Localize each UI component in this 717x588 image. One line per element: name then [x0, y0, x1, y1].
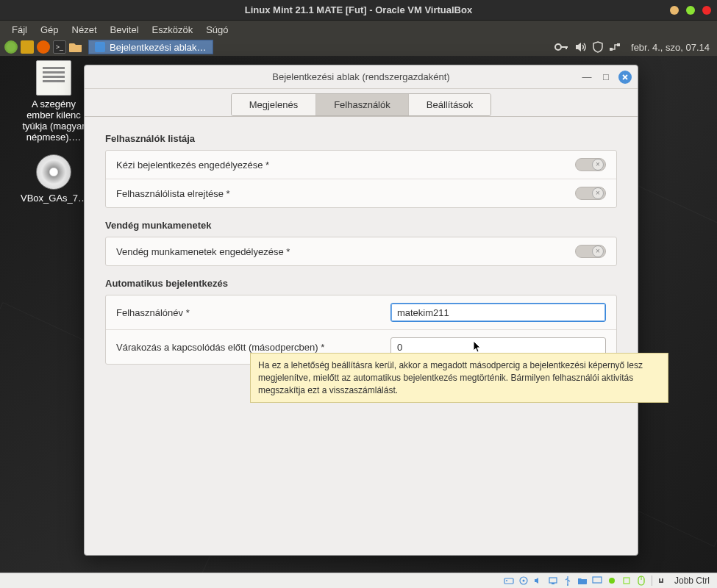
tab-users[interactable]: Felhasználók: [316, 94, 409, 115]
menu-devices[interactable]: Eszközök: [146, 23, 199, 37]
desktop-icon-label: VBox_GAs_7…: [21, 193, 87, 204]
key-icon[interactable]: [554, 42, 569, 52]
row-label: Felhasználólista elrejtése *: [116, 188, 575, 199]
taskbar-app-icon: [95, 42, 105, 52]
svg-rect-4: [617, 43, 620, 46]
desktop-icon-document[interactable]: A szegény ember kilenc tyúkja (magyar né…: [21, 60, 87, 143]
toggle-hide-userlist[interactable]: [575, 187, 606, 200]
svg-rect-2: [566, 46, 567, 49]
svg-point-6: [506, 580, 507, 581]
menu-view[interactable]: Nézet: [66, 23, 103, 37]
close-button[interactable]: [618, 71, 632, 84]
username-label: Felhasználónév *: [116, 307, 390, 318]
virtualbox-title: Linux Mint 21.1 MATE [Fut] - Oracle VM V…: [245, 4, 472, 15]
terminal-icon[interactable]: >_: [53, 40, 66, 54]
sb-network-icon[interactable]: [547, 576, 559, 586]
svg-rect-10: [552, 583, 554, 584]
menu-file[interactable]: Fájl: [6, 23, 33, 37]
mate-panel: >_ Bejelentkezési ablak… febr. 4., szo, …: [0, 38, 717, 56]
volume-icon[interactable]: [575, 42, 587, 52]
virtualbox-titlebar: Linux Mint 21.1 MATE [Fut] - Oracle VM V…: [0, 0, 717, 21]
section-user-list: Felhasználók listája: [105, 133, 617, 144]
tab-row: Megjelenés Felhasználók Beállítások: [85, 89, 638, 117]
sb-optical-icon[interactable]: [518, 576, 529, 586]
svg-point-13: [609, 578, 615, 584]
menu-help[interactable]: Súgó: [200, 23, 234, 37]
row-label: Vendég munkamenetek engedélyezése *: [116, 246, 575, 257]
username-input[interactable]: [390, 303, 606, 322]
row-manual-login: Kézi bejelentkezés engedélyezése *: [106, 151, 616, 179]
host-maximize-button[interactable]: [686, 6, 695, 15]
host-close-button[interactable]: [702, 6, 711, 15]
network-icon[interactable]: [609, 42, 621, 52]
virtualbox-statusbar: Jobb Ctrl: [0, 573, 717, 588]
section-autologin: Automatikus bejelentkezés: [105, 278, 617, 289]
toggle-guest-enable[interactable]: [575, 245, 606, 258]
sb-shared-folder-icon[interactable]: [577, 576, 588, 586]
sb-keyboard-icon[interactable]: [657, 576, 668, 586]
document-icon: [36, 60, 71, 96]
app-titlebar[interactable]: Bejelentkezési ablak (rendszergazdaként)…: [85, 65, 638, 89]
login-window-app: Bejelentkezési ablak (rendszergazdaként)…: [84, 65, 638, 556]
taskbar-button-login-window[interactable]: Bejelentkezési ablak…: [88, 40, 213, 54]
sb-display-icon[interactable]: [591, 576, 603, 586]
sb-cpu-icon[interactable]: [621, 576, 632, 586]
files-icon[interactable]: [68, 39, 84, 55]
card-user-list: Kézi bejelentkezés engedélyezése * Felha…: [105, 150, 617, 208]
tab-settings[interactable]: Beállítások: [409, 94, 491, 115]
app-title: Bejelentkezési ablak (rendszergazdaként): [85, 71, 638, 82]
minimize-button[interactable]: —: [580, 71, 593, 84]
mint-menu-icon[interactable]: [3, 39, 19, 55]
svg-point-0: [555, 44, 561, 50]
show-desktop-icon[interactable]: [21, 40, 34, 54]
desktop-icon-disc[interactable]: VBox_GAs_7…: [21, 154, 87, 204]
row-username: Felhasználónév *: [106, 295, 616, 330]
menu-input[interactable]: Bevitel: [104, 23, 145, 37]
content-area: Felhasználók listája Kézi bejelentkezés …: [85, 117, 638, 555]
toggle-manual-login[interactable]: [575, 158, 606, 171]
svg-point-11: [567, 584, 568, 586]
svg-rect-14: [624, 578, 629, 584]
sb-harddisk-icon[interactable]: [503, 576, 515, 586]
sb-recording-icon[interactable]: [606, 576, 618, 586]
sb-audio-icon[interactable]: [532, 576, 544, 586]
sb-host-key: Jobb Ctrl: [671, 576, 713, 586]
disc-icon: [36, 154, 71, 190]
sb-mouse-icon[interactable]: [635, 576, 647, 586]
row-hide-userlist: Felhasználólista elrejtése *: [106, 179, 616, 207]
host-minimize-button[interactable]: [670, 6, 679, 15]
menu-machine[interactable]: Gép: [35, 23, 65, 37]
maximize-button[interactable]: □: [599, 71, 613, 84]
row-label: Kézi bejelentkezés engedélyezése *: [116, 159, 575, 171]
card-guest: Vendég munkamenetek engedélyezése *: [105, 237, 617, 266]
delay-label: Várakozás a kapcsolódás előtt (másodperc…: [116, 342, 390, 353]
virtualbox-menubar: Fájl Gép Nézet Bevitel Eszközök Súgó: [0, 21, 717, 38]
sb-usb-icon[interactable]: [562, 576, 574, 586]
firefox-icon[interactable]: [35, 39, 51, 55]
taskbar-label: Bejelentkezési ablak…: [110, 42, 207, 53]
section-guest: Vendég munkamenetek: [105, 220, 617, 231]
panel-clock[interactable]: febr. 4., szo, 07.14: [627, 42, 714, 53]
shield-icon[interactable]: [593, 41, 603, 53]
svg-rect-3: [610, 48, 613, 51]
svg-point-8: [522, 580, 524, 582]
host-window-controls: [670, 6, 711, 15]
svg-rect-9: [549, 578, 557, 583]
tooltip-delay-help: Ha ez a lehetőség beállításra kerül, akk…: [250, 353, 668, 403]
row-guest-enable: Vendég munkamenetek engedélyezése *: [106, 237, 616, 265]
desktop-icon-label: A szegény ember kilenc tyúkja (magyar né…: [21, 98, 87, 143]
svg-rect-5: [504, 578, 513, 584]
tab-appearance[interactable]: Megjelenés: [232, 94, 317, 115]
svg-rect-12: [593, 577, 602, 583]
